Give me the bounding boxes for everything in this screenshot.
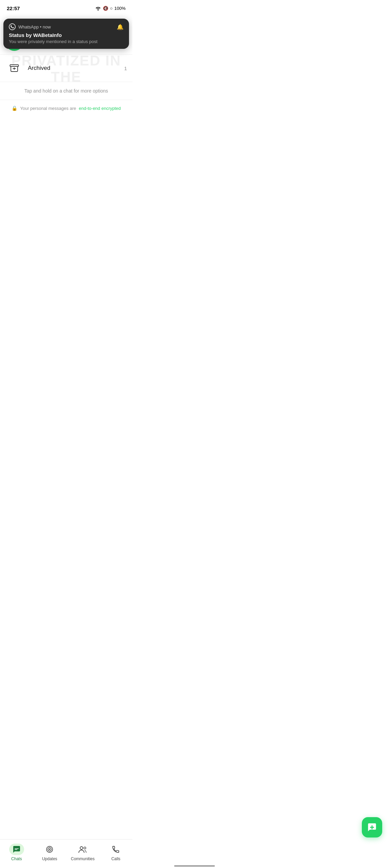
notification-body: You were privately mentioned in a status… xyxy=(9,39,124,44)
notification-header: WhatsApp • now 🔔 xyxy=(9,23,124,30)
status-bar: 22:57 🔇 ○ 100% xyxy=(0,0,132,15)
encryption-text: Your personal messages are xyxy=(20,106,76,111)
archived-label: Archived xyxy=(28,65,119,72)
status-icons: 🔇 ○ 100% xyxy=(95,6,126,11)
notification-bell-icon: 🔔 xyxy=(117,24,124,30)
encryption-link[interactable]: end-to-end encrypted xyxy=(79,106,121,111)
signal-icon: 🔇 xyxy=(103,6,108,11)
battery-icon: ○ xyxy=(110,6,113,11)
battery-percentage: 100% xyxy=(114,6,126,11)
notification-banner[interactable]: WhatsApp • now 🔔 Status by WABetaInfo Yo… xyxy=(3,19,129,49)
wifi-icon xyxy=(95,6,101,11)
archived-count: 1 xyxy=(124,65,127,71)
archive-icon xyxy=(9,63,19,73)
hint-text: Tap and hold on a chat for more options xyxy=(0,82,132,100)
whatsapp-notif-icon xyxy=(9,23,16,30)
svg-rect-1 xyxy=(10,65,19,66)
encryption-notice: 🔒 Your personal messages are end-to-end … xyxy=(0,100,132,116)
status-time: 22:57 xyxy=(7,5,20,11)
archived-row[interactable]: Archived 1 xyxy=(0,54,132,82)
lock-icon: 🔒 xyxy=(12,105,17,111)
notification-title: Status by WABetaInfo xyxy=(9,32,124,38)
svg-point-0 xyxy=(9,24,15,30)
archive-icon-wrap xyxy=(5,59,23,77)
notification-app-name: WhatsApp • now xyxy=(18,24,114,29)
